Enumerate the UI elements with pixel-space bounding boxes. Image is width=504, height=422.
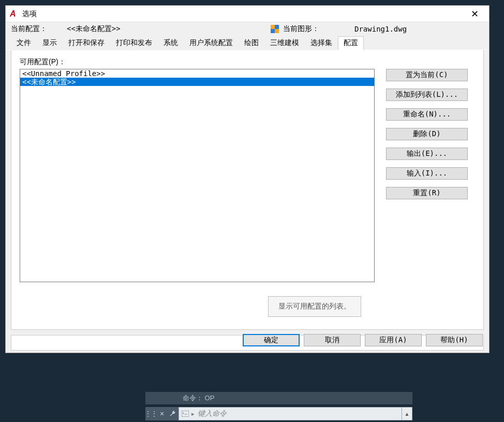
dialog-bottom-buttons: 确定 取消 应用(A) 帮助(H) — [243, 334, 483, 346]
current-profile-label: 当前配置： — [11, 24, 47, 34]
tab-system[interactable]: 系统 — [158, 36, 184, 50]
svg-rect-1 — [275, 25, 279, 29]
close-icon: ✕ — [471, 8, 479, 20]
tab-open-save[interactable]: 打开和保存 — [63, 36, 110, 50]
profile-item[interactable]: <<Unnamed Profile>> — [20, 69, 374, 78]
command-expand-button[interactable]: ▲ — [402, 407, 412, 420]
add-to-list-button[interactable]: 添加到列表(L)... — [386, 89, 468, 101]
svg-rect-2 — [271, 29, 275, 33]
set-current-button[interactable]: 置为当前(C) — [386, 69, 468, 81]
command-bar: ⋮⋮ × ▸ 键入命令 ▲ — [145, 407, 412, 420]
tab-user-prefs[interactable]: 用户系统配置 — [184, 36, 239, 50]
command-drag-handle[interactable]: ⋮⋮ — [145, 407, 157, 420]
profiles-tooltip: 显示可用配置的列表。 — [268, 296, 361, 317]
command-customize-button[interactable] — [167, 407, 179, 420]
tab-plot-publish[interactable]: 打印和发布 — [110, 36, 158, 50]
titlebar: A 选项 ✕ — [6, 6, 489, 22]
grip-icon: ⋮⋮ — [145, 410, 157, 417]
profile-item[interactable]: <<未命名配置>> — [20, 78, 374, 86]
profiles-list-label: 可用配置(P)： — [20, 57, 475, 67]
delete-button[interactable]: 删除(D) — [386, 128, 468, 140]
current-profile-value: <<未命名配置>> — [67, 24, 121, 34]
header-info: 当前配置： <<未命名配置>> 当前图形： Drawing1.dwg — [6, 22, 489, 35]
tab-body-profiles: 可用配置(P)： <<Unnamed Profile>> <<未命名配置>> 置… — [11, 50, 484, 330]
svg-rect-3 — [275, 29, 279, 33]
import-button[interactable]: 输入(I)... — [386, 167, 468, 180]
options-dialog: A 选项 ✕ 当前配置： <<未命名配置>> 当前图形： Drawing1.dw… — [5, 5, 490, 353]
current-drawing-label: 当前图形： — [283, 24, 319, 34]
tab-profiles[interactable]: 配置 — [338, 36, 364, 50]
profile-side-buttons: 置为当前(C) 添加到列表(L)... 重命名(N)... 删除(D) 输出(E… — [386, 69, 468, 282]
tab-3d-modeling[interactable]: 三维建模 — [264, 36, 305, 50]
svg-rect-4 — [182, 411, 189, 417]
cancel-button[interactable]: 取消 — [304, 334, 361, 346]
help-button[interactable]: 帮助(H) — [426, 334, 483, 346]
reset-button[interactable]: 重置(R) — [386, 187, 468, 199]
tab-selection[interactable]: 选择集 — [305, 36, 338, 50]
command-close-button[interactable]: × — [157, 407, 167, 420]
command-input[interactable]: ▸ 键入命令 — [179, 407, 402, 420]
chevron-right-icon: ▸ — [191, 411, 195, 417]
tab-drafting[interactable]: 绘图 — [239, 36, 264, 50]
profiles-listbox[interactable]: <<Unnamed Profile>> <<未命名配置>> — [20, 69, 375, 282]
ok-button[interactable]: 确定 — [243, 334, 300, 346]
current-drawing-value: Drawing1.dwg — [354, 25, 407, 33]
terminal-icon — [181, 410, 189, 417]
tab-display[interactable]: 显示 — [37, 36, 63, 50]
chevron-up-icon: ▲ — [405, 411, 410, 417]
apply-button[interactable]: 应用(A) — [365, 334, 422, 346]
rename-button[interactable]: 重命名(N)... — [386, 108, 468, 121]
tab-strip: 文件 显示 打开和保存 打印和发布 系统 用户系统配置 绘图 三维建模 选择集 … — [6, 36, 489, 50]
command-placeholder: 键入命令 — [198, 409, 399, 418]
close-button[interactable]: ✕ — [464, 7, 485, 21]
drawing-icon — [271, 25, 279, 33]
close-icon: × — [160, 410, 164, 418]
dialog-title: 选项 — [22, 9, 464, 19]
command-history: 命令： OP — [145, 392, 412, 404]
app-icon: A — [10, 10, 18, 18]
tab-file[interactable]: 文件 — [11, 36, 37, 50]
wrench-icon — [169, 410, 176, 417]
svg-rect-0 — [271, 25, 275, 29]
export-button[interactable]: 输出(E)... — [386, 148, 468, 160]
